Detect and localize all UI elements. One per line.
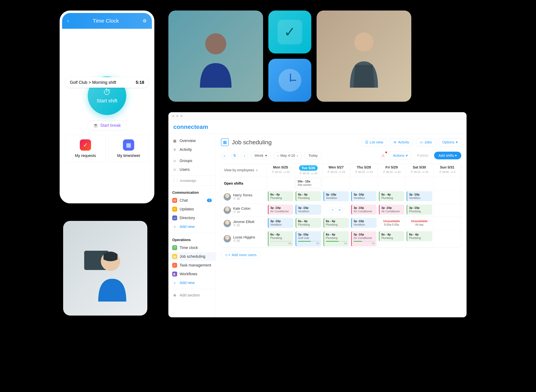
shift-card[interactable]: 3p -10pVentiltion bbox=[296, 205, 321, 215]
grid-cell[interactable]: 8a - 4pPlumbing bbox=[405, 230, 433, 247]
today-button[interactable]: Today bbox=[304, 152, 322, 159]
day-header[interactable]: Sun 5/31 ⏱ 00:00▭ 0 bbox=[433, 163, 461, 177]
plus-icon[interactable]: + bbox=[330, 207, 335, 213]
shift-card[interactable]: 8a - 4pPlumbing bbox=[323, 218, 349, 228]
grid-cell[interactable]: 3p -10pAir Conditioner bbox=[350, 204, 378, 217]
jobs-button[interactable]: ▭Jobs bbox=[416, 138, 436, 146]
shift-card[interactable]: 3p -10pPlumbing bbox=[407, 205, 432, 215]
view-by-cell[interactable]: View by employees ▾ bbox=[221, 163, 267, 177]
my-timesheet-tile[interactable]: ▦ My timesheet bbox=[108, 135, 149, 163]
sidebar-item-knowledge[interactable]: ⋮⋮knowledge bbox=[168, 177, 216, 184]
shift-card[interactable]: 3p -10pVentiltion bbox=[351, 191, 376, 201]
grid-cell[interactable] bbox=[433, 177, 461, 190]
add-more-users-button[interactable]: ☺+ Add more users bbox=[221, 251, 260, 259]
shift-card[interactable]: 3p -10pVentiltion bbox=[351, 218, 376, 228]
day-header[interactable]: Mon 5/25 ⏱ 40:15▭ 23 bbox=[267, 163, 295, 177]
day-header[interactable]: Wen 5/27 ⏱ 40:15▭ 23 bbox=[322, 163, 350, 177]
sidebar-item-directory[interactable]: ▭Directory bbox=[168, 214, 216, 222]
traffic-light-icon[interactable] bbox=[172, 115, 174, 117]
shift-card[interactable]: UnavailableAll day bbox=[407, 218, 432, 228]
publish-button[interactable]: Publish bbox=[414, 152, 432, 159]
activity-button[interactable]: ≋Activity bbox=[390, 138, 413, 146]
grid-cell[interactable]: 3p -10pVentiltion bbox=[405, 190, 433, 203]
grid-cell[interactable]: Unavailable9:00a-5:00p bbox=[378, 217, 405, 230]
grid-cell[interactable] bbox=[267, 177, 295, 190]
day-header[interactable]: Tue 5/26 ⏱ 40:15▭ 23 bbox=[295, 163, 322, 177]
search-button[interactable]: ⌕ bbox=[221, 152, 228, 159]
day-header[interactable]: Thu 5/28 ⏱ 40:15▭ 23 bbox=[350, 163, 378, 177]
week-select[interactable]: Week▾ bbox=[250, 152, 271, 159]
add-shifts-button[interactable]: Add shifts ▾ bbox=[434, 152, 461, 159]
chevron-right-icon[interactable]: › bbox=[297, 154, 298, 158]
grid-cell[interactable]: 3p -10pVentiltion bbox=[322, 190, 350, 203]
my-requests-tile[interactable]: ✓ My requests bbox=[65, 135, 106, 163]
shift-card[interactable]: 3p -10pGolf club3/5 bbox=[296, 231, 321, 247]
sidebar-add-new-ops[interactable]: ＋Add new bbox=[168, 278, 216, 287]
shift-pill[interactable]: Golf Club > Morning shift 5:18 bbox=[65, 77, 149, 88]
grid-cell[interactable]: 10a - 12aSite worker bbox=[295, 177, 322, 190]
employee-cell[interactable]: Jerome Elliott⏱ 32 bbox=[221, 217, 267, 230]
gear-icon[interactable]: ⚙ bbox=[143, 18, 147, 24]
back-icon[interactable]: ‹ bbox=[67, 18, 69, 24]
day-header[interactable]: Fri 5/29 ⏱ 40:15▭ 23 bbox=[378, 163, 405, 177]
sidebar-item-task-management[interactable]: ✓Task management bbox=[168, 261, 216, 270]
grid-cell[interactable] bbox=[433, 230, 461, 247]
sidebar-item-activity[interactable]: ≡Activity bbox=[168, 145, 216, 154]
grid-cell[interactable]: 8a - 4pPlumbing0/5 bbox=[267, 230, 295, 247]
grid-cell[interactable]: 8a - 4pPlumbing bbox=[267, 190, 295, 203]
grid-cell[interactable]: 8a - 4pPlumbing bbox=[378, 230, 405, 247]
grid-cell[interactable]: 3p -10pVentiltion bbox=[295, 204, 322, 217]
alert-button[interactable]: ⚠ bbox=[379, 152, 387, 159]
filter-button[interactable]: ⇅ bbox=[231, 152, 238, 159]
brand-logo[interactable]: connecteam bbox=[168, 120, 466, 134]
grid-cell[interactable]: UnavailableAll day bbox=[405, 217, 433, 230]
shift-card[interactable]: Unavailable9:00a-5:00p bbox=[379, 218, 404, 228]
employee-cell[interactable]: Lucas Higgins⏱ 25 bbox=[221, 230, 267, 247]
grid-cell[interactable]: 8a - 4pPlumbing bbox=[295, 190, 322, 203]
grid-cell[interactable] bbox=[433, 217, 461, 230]
grid-cell[interactable] bbox=[350, 177, 378, 190]
list-view-button[interactable]: ☰List view bbox=[362, 138, 387, 146]
date-range-nav[interactable]: ‹May 4-10› bbox=[273, 152, 302, 159]
shift-card[interactable]: 3p -10pAir Conditioner2/5 bbox=[351, 231, 376, 247]
sidebar-item-time-clock[interactable]: ⏱Time clock bbox=[168, 243, 216, 252]
shift-card[interactable]: 8a - 4pPlumbing bbox=[379, 231, 404, 241]
grid-cell[interactable]: 3p -10pVentiltion bbox=[350, 217, 378, 230]
employee-cell[interactable]: Harry Torres⏱ 30 bbox=[221, 190, 267, 203]
shift-card[interactable]: 8a - 4pPlumbing bbox=[407, 231, 432, 241]
menu-icon[interactable]: ≡ bbox=[337, 207, 342, 213]
grid-cell[interactable]: +≡ bbox=[322, 204, 350, 217]
sidebar-item-overview[interactable]: ▦Overview bbox=[168, 136, 216, 145]
employee-cell[interactable]: Kate Colon⏱ 29 bbox=[221, 204, 267, 217]
traffic-light-icon[interactable] bbox=[180, 115, 183, 117]
grid-cell[interactable]: 3p -10pPlumbing bbox=[405, 204, 433, 217]
grid-cell[interactable]: 3p -10pAir Conditioner bbox=[378, 204, 405, 217]
sort-button[interactable]: ↕ bbox=[241, 152, 248, 159]
sidebar-item-users[interactable]: ☺Users bbox=[168, 165, 216, 174]
shift-card[interactable]: 8a - 4pPlumbing3/5 bbox=[323, 231, 349, 247]
shift-card[interactable]: 3p -10pAir Conditioner bbox=[379, 205, 404, 215]
grid-cell[interactable] bbox=[405, 177, 433, 190]
grid-cell[interactable]: 3p -10pGolf club3/5 bbox=[295, 230, 322, 247]
shift-card[interactable]: 3p -10pVentiltion bbox=[323, 191, 349, 201]
sidebar-item-job-scheduling[interactable]: ▦Job scheduling bbox=[168, 252, 216, 261]
shift-card[interactable]: 8a - 4pPlumbing bbox=[268, 191, 293, 201]
sidebar-item-groups[interactable]: ☺Groups bbox=[168, 156, 216, 165]
grid-cell[interactable]: 8a - 4pPlumbing bbox=[378, 190, 405, 203]
sidebar-item-chat[interactable]: ✉Chat3 bbox=[168, 196, 216, 205]
shift-card[interactable]: 3p -10pVentiltion bbox=[407, 191, 432, 201]
chevron-left-icon[interactable]: ‹ bbox=[277, 154, 279, 158]
grid-cell[interactable] bbox=[378, 177, 405, 190]
shift-card[interactable]: 8a - 4pPlumbing bbox=[379, 191, 404, 201]
traffic-light-icon[interactable] bbox=[176, 115, 179, 117]
shift-card[interactable]: 8a - 4pPlumbing0/5 bbox=[268, 231, 293, 247]
shift-card[interactable]: 8a - 4pPlumbing bbox=[296, 191, 321, 201]
sidebar-item-workflows[interactable]: ◧Workflows bbox=[168, 270, 216, 278]
start-break-button[interactable]: ☕ Start break bbox=[87, 120, 127, 131]
shift-card[interactable]: 10a - 12aSite worker bbox=[296, 178, 321, 188]
sidebar-add-new[interactable]: ＋Add new bbox=[168, 222, 216, 231]
shift-card[interactable]: 3p -10pAir Conditioner bbox=[351, 205, 376, 215]
day-header[interactable]: Sat 5/30 ⏱ 40:15▭ 23 bbox=[405, 163, 433, 177]
grid-cell[interactable]: 3p -10pAir Conditioner2/5 bbox=[350, 230, 378, 247]
grid-cell[interactable] bbox=[433, 190, 461, 203]
